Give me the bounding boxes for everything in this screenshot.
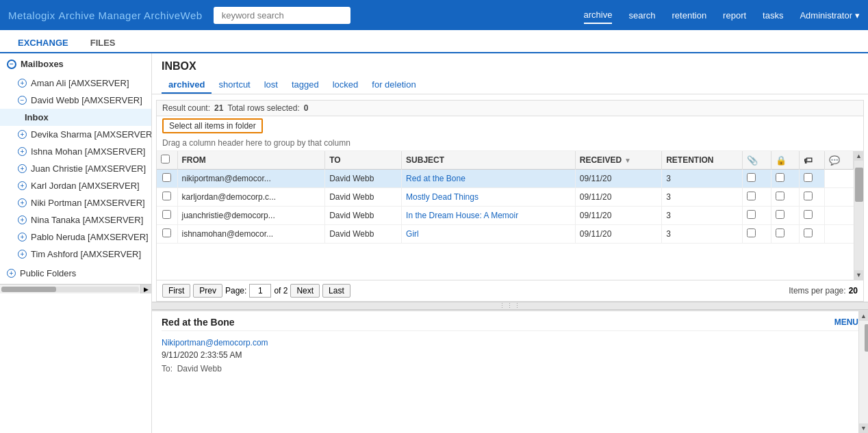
inbox-tab-for-deletion[interactable]: for deletion: [365, 77, 422, 94]
row-tag-check[interactable]: [800, 188, 825, 207]
preview-scroll-up[interactable]: ▲: [859, 311, 869, 321]
sidebar-item-nina-tanaka[interactable]: + Nina Tanaka [AMXSERVER]: [0, 211, 151, 228]
expand-icon: +: [18, 164, 27, 173]
email-table: FROM TO SUBJECT RECEIVED ▼ RETENTION: [157, 151, 854, 244]
nav-retention[interactable]: retention: [672, 8, 707, 23]
nav-archive[interactable]: archive: [584, 7, 613, 24]
inbox-tab-lost[interactable]: lost: [257, 77, 285, 94]
row-subject[interactable]: Girl: [402, 225, 576, 244]
sidebar-item-karl-jordan[interactable]: + Karl Jordan [AMXSERVER]: [0, 177, 151, 194]
table-vertical-scrollbar[interactable]: ▲ ▼: [854, 151, 863, 280]
row-subject[interactable]: Mostly Dead Things: [402, 188, 576, 207]
search-input[interactable]: [214, 7, 350, 24]
row-lock-check[interactable]: [771, 207, 800, 225]
pagination-bar: First Prev Page: of 2 Next Last Items pe…: [157, 280, 863, 301]
page-label: Page:: [225, 286, 246, 296]
row-attachment-check[interactable]: [743, 170, 771, 188]
expand-icon: +: [18, 79, 27, 88]
table-row: karljordan@democorp.c... David Webb Most…: [157, 188, 854, 207]
sidebar-scroll-right-arrow[interactable]: ▶: [140, 285, 151, 294]
first-page-button[interactable]: First: [162, 284, 190, 298]
preview-title: Red at the Bone: [162, 317, 235, 328]
row-lock-check[interactable]: [771, 225, 800, 244]
inbox-tab-locked[interactable]: locked: [326, 77, 366, 94]
sidebar-item-tim-ashford[interactable]: + Tim Ashford [AMXSERVER]: [0, 246, 151, 263]
admin-dropdown[interactable]: Administrator ▾: [800, 10, 860, 21]
sidebar-item-devika-sharma[interactable]: + Devika Sharma [AMXSERVER]: [0, 126, 151, 143]
row-checkbox[interactable]: [157, 170, 177, 188]
pane-resizer[interactable]: ⋮⋮⋮: [152, 302, 868, 310]
scroll-thumb[interactable]: [855, 168, 863, 202]
table-row: nikiportman@democor... David Webb Red at…: [157, 170, 854, 188]
nav-report[interactable]: report: [723, 8, 746, 23]
sidebar-public-folders[interactable]: + Public Folders: [0, 263, 151, 284]
preview-scroll-thumb[interactable]: [865, 324, 869, 352]
main-layout: − Mailboxes + Aman Ali [AMXSERVER] − Dav…: [0, 53, 868, 433]
col-subject: SUBJECT: [402, 151, 576, 170]
prev-page-button[interactable]: Prev: [193, 284, 222, 298]
content-area: INBOX archived shortcut lost tagged lock…: [152, 53, 868, 433]
row-subject[interactable]: Red at the Bone: [402, 170, 576, 188]
row-attachment-check[interactable]: [743, 207, 771, 225]
row-checkbox[interactable]: [157, 225, 177, 244]
row-subject[interactable]: In the Dream House: A Memoir: [402, 207, 576, 225]
col-retention: RETENTION: [662, 151, 743, 170]
row-tag-check[interactable]: [800, 225, 825, 244]
col-tag: 🏷: [800, 151, 825, 170]
row-checkbox[interactable]: [157, 207, 177, 225]
sidebar-hscroll-thumb[interactable]: [1, 287, 56, 292]
col-select-all[interactable]: [157, 151, 177, 170]
sidebar-item-ishna-mohan[interactable]: + Ishna Mohan [AMXSERVER]: [0, 143, 151, 160]
row-tag-check[interactable]: [800, 170, 825, 188]
select-all-items-button[interactable]: Select all items in folder: [162, 118, 263, 133]
of-pages-label: of 2: [274, 286, 288, 296]
sidebar-item-juan-christie[interactable]: + Juan Christie [AMXSERVER]: [0, 160, 151, 177]
row-lock-check[interactable]: [771, 170, 800, 188]
preview-menu-button[interactable]: MENU: [834, 317, 858, 327]
row-from: ishnamohan@democor...: [177, 225, 325, 244]
next-page-button[interactable]: Next: [290, 284, 320, 298]
tab-files[interactable]: FILES: [79, 34, 127, 53]
row-retention: 3: [662, 225, 743, 244]
received-sort-icon[interactable]: ▼: [624, 157, 631, 164]
preview-scroll-down[interactable]: ▼: [859, 423, 869, 433]
scroll-down-btn[interactable]: ▼: [854, 270, 864, 280]
row-tag-check[interactable]: [800, 207, 825, 225]
sidebar-mailboxes-header[interactable]: − Mailboxes: [0, 53, 151, 75]
tab-exchange[interactable]: EXCHANGE: [7, 34, 79, 53]
preview-vertical-scrollbar[interactable]: ▲ ▼: [858, 311, 868, 433]
sidebar-item-david-webb[interactable]: − David Webb [AMXSERVER]: [0, 92, 151, 109]
row-retention: 3: [662, 188, 743, 207]
row-attachment-check[interactable]: [743, 188, 771, 207]
sidebar-item-aman-ali[interactable]: + Aman Ali [AMXSERVER]: [0, 75, 151, 92]
nav-tasks[interactable]: tasks: [763, 8, 783, 23]
row-attachment-check[interactable]: [743, 225, 771, 244]
expand-icon: −: [18, 96, 27, 105]
table-body-scroll[interactable]: FROM TO SUBJECT RECEIVED ▼ RETENTION: [157, 151, 854, 280]
nav-search[interactable]: search: [628, 8, 655, 23]
inbox-tab-archived[interactable]: archived: [162, 77, 212, 94]
row-checkbox[interactable]: [157, 188, 177, 207]
last-page-button[interactable]: Last: [322, 284, 350, 298]
inbox-tab-shortcut[interactable]: shortcut: [212, 77, 257, 94]
inbox-tab-tagged[interactable]: tagged: [285, 77, 326, 94]
sidebar-horizontal-scrollbar: ▶: [0, 284, 151, 293]
row-retention: 3: [662, 170, 743, 188]
sidebar-item-inbox[interactable]: Inbox: [0, 109, 151, 126]
inbox-tabs: archived shortcut lost tagged locked for…: [152, 77, 868, 94]
expand-icon: +: [18, 198, 27, 207]
result-count-value: 21: [214, 103, 223, 113]
row-to: David Webb: [325, 207, 402, 225]
scroll-track[interactable]: [854, 161, 863, 270]
row-retention: 3: [662, 207, 743, 225]
sidebar-item-niki-portman[interactable]: + Niki Portman [AMXSERVER]: [0, 194, 151, 211]
scroll-up-btn[interactable]: ▲: [854, 151, 864, 161]
row-to: David Webb: [325, 188, 402, 207]
sidebar-item-pablo-neruda[interactable]: + Pablo Neruda [AMXSERVER]: [0, 228, 151, 246]
expand-icon: +: [18, 181, 27, 190]
col-received: RECEIVED ▼: [575, 151, 661, 170]
nav-links: archive search retention report tasks Ad…: [584, 7, 860, 24]
row-lock-check[interactable]: [771, 188, 800, 207]
page-number-input[interactable]: [249, 284, 271, 298]
sidebar-hscroll-track[interactable]: [1, 287, 139, 292]
